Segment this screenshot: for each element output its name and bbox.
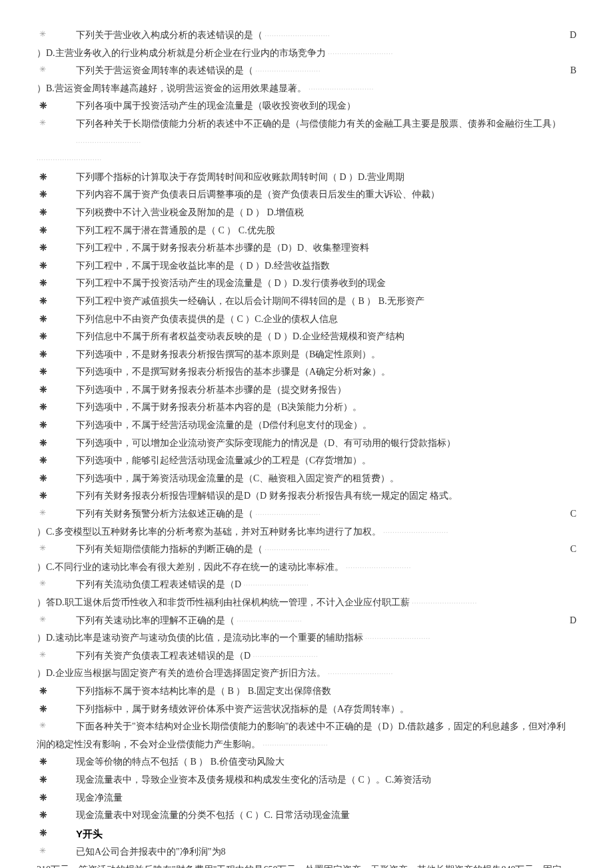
- item-text: ····························: [37, 151, 576, 169]
- item-text: 下面各种关于"资本结构对企业长期偿债能力的影响"的表述中不正确的是（D）D.借款…: [76, 718, 576, 736]
- item-text: 现金净流量: [76, 789, 576, 807]
- list-item: ❈下列选项中，不属于财务报表分析基本步骤的是（提交财务报告）: [37, 381, 576, 399]
- list-item: ✳下面各种关于"资本结构对企业长期偿债能力的影响"的表述中不正确的是（D）D.借…: [37, 718, 576, 736]
- trailing-dots: ····························: [306, 85, 374, 93]
- answer-letter: C: [570, 541, 576, 559]
- list-item: ❈下列选项中，能够引起经营活动现金流量减少的工程是（C存货增加）。: [37, 452, 576, 470]
- bullet-icon: ❈: [37, 293, 76, 311]
- list-item: ❈现金流量表中对现金流量的分类不包括（ C ）C. 日常活动现金流量: [37, 807, 576, 825]
- list-item: ❈现金净流量: [37, 789, 576, 807]
- item-text: 下列选项中，能够引起经营活动现金流量减少的工程是（C存货增加）。: [76, 452, 576, 470]
- item-text: 下列工程中不属于投资活动产生的现金流量是（ D ）D.发行债券收到的现金: [76, 275, 576, 293]
- item-text: 已知A公司合并报表中的"净利润"为8: [76, 843, 576, 861]
- list-item: ❈下列选项中，不是财务报表分析报告撰写的基本原则是（B确定性原则）。: [37, 346, 576, 364]
- bullet-icon: ❈: [37, 399, 76, 417]
- continuation-line: ）B.营运资金周转率越高越好，说明营运资金的运用效果越显著。 ·········…: [37, 80, 576, 98]
- list-item: ❈下列工程中，不属于财务报表分析基本步骤的是（D）D、收集整理资料: [37, 239, 576, 257]
- bullet-icon: ❈: [37, 204, 76, 222]
- continuation-line: 润的稳定性没有影响，不会对企业偿债能力产生影响。 ···············…: [37, 736, 576, 754]
- bullet-icon: ❈: [37, 381, 76, 399]
- item-text: 下列选项中，不属于财务报表分析基本步骤的是（提交财务报告）: [76, 381, 576, 399]
- list-item: ❈下列工程中资产减值损失一经确认，在以后会计期间不得转回的是（ B ） B.无形…: [37, 293, 576, 311]
- item-text: 下列有关流动负债工程表述错误的是（D ·····················…: [76, 576, 576, 594]
- trailing-dots: ····························: [253, 67, 321, 75]
- list-item: ❈下列信息中不由资产负债表提供的是（ C ）C.企业的债权人信息: [37, 311, 576, 329]
- trailing-dots: ····························: [263, 547, 330, 554]
- trailing-dots: ····························: [235, 617, 303, 625]
- item-text: ）答D.职工退休后货币性收入和非货币性福利由社保机构统一管理，不计入企业应付职工…: [37, 594, 576, 612]
- item-text: 下列税费中不计入营业税金及附加的是（ D ） D.增值税: [76, 204, 576, 222]
- bullet-icon: ❈: [37, 275, 76, 293]
- item-text: 下列选项中，不属于经营活动现金流量的是（D偿付利息支付的现金）。: [76, 417, 576, 435]
- bullet-icon: ❈: [37, 222, 76, 240]
- item-text: 下列指标不属于资本结构比率的是（ B ） B.固定支出保障倍数: [76, 683, 576, 701]
- bullet-icon: ❈: [37, 470, 76, 488]
- bullet-icon: ✳: [37, 647, 76, 663]
- list-item: ✳下列关于营业收入构成分析的表述错误的是（ ··················…: [37, 27, 576, 45]
- continuation-line: ）答D.职工退休后货币性收入和非货币性福利由社保机构统一管理，不计入企业应付职工…: [37, 594, 576, 612]
- list-item: ❈下列指标中，属于财务绩效评价体系中资产运营状况指标的是（A存货周转率）。: [37, 701, 576, 719]
- list-item: ❈现金等价物的特点不包括（ B ） B.价值变动风险大: [37, 753, 576, 771]
- item-text: 下列有关短期偿债能力指标的判断正确的是（ ···················…: [76, 541, 576, 559]
- item-text: 下列有关速动比率的理解不正确的是（ ······················…: [76, 612, 576, 630]
- item-text: 现金等价物的特点不包括（ B ） B.价值变动风险大: [76, 753, 576, 771]
- item-text: 下列选项中，可以增加企业流动资产实际变现能力的情况是（D、有可动用的银行贷款指标…: [76, 435, 576, 453]
- list-item: ❈下列选项中，不是撰写财务报表分析报告的基本步骤是（A确定分析对象）。: [37, 363, 576, 381]
- item-text: 下列工程中资产减值损失一经确认，在以后会计期间不得转回的是（ B ） B.无形资…: [76, 293, 576, 311]
- trailing-dots: ····························: [241, 582, 309, 589]
- answer-letter: C: [570, 505, 576, 523]
- list-item: ❈下列各项中属于投资活动产生的现金流量是（吸收投资收到的现金）: [37, 97, 576, 115]
- bullet-icon: ✳: [37, 612, 76, 627]
- item-text: 下列内容不属于资产负债表日后调整事项的是（资产负债表日后发生的重大诉讼、仲裁）: [76, 186, 576, 204]
- answer-letter: D: [570, 612, 576, 630]
- bullet-icon: ❈: [37, 487, 76, 505]
- item-text: 下列选项中，不是撰写财务报表分析报告的基本步骤是（A确定分析对象）。: [76, 363, 576, 381]
- item-text: 下列选项中，不是财务报表分析报告撰写的基本原则是（B确定性原则）。: [76, 346, 576, 364]
- bullet-icon: ✳: [37, 541, 76, 556]
- bullet-icon: ❈: [37, 346, 76, 364]
- item-text: 下列选项中，属于筹资活动现金流量的是（C、融资租入固定资产的租赁费）。: [76, 470, 576, 488]
- item-text: 下列选项中，不属于财务报表分析基本内容的是（B决策能力分析）。: [76, 399, 576, 417]
- answer-letter: D: [570, 27, 576, 45]
- item-text: 下列哪个指标的计算取决于存货周转时间和应收账款周转时间（ D ）D.营业周期: [76, 169, 576, 187]
- item-text: 下列工程不属于潜在普通股的是（ C ） C.优先股: [76, 222, 576, 240]
- item-text: ）D.企业应当根据与固定资产有关的造价合理选择固定资产折旧方法。 ·······…: [37, 665, 576, 683]
- bullet-icon: ❈: [37, 789, 76, 807]
- document-body: ✳下列关于营业收入构成分析的表述错误的是（ ··················…: [37, 27, 576, 868]
- bullet-icon: ✳: [37, 115, 76, 131]
- continuation-line: ）C.不同行业的速动比率会有很大差别，因此不存在统一的速动比率标准。 ·····…: [37, 559, 576, 577]
- trailing-dots: ····························: [253, 511, 321, 518]
- item-text: 下列信息中不属于所有者权益变动表反映的是（ D ）D.企业经营规模和资产结构: [76, 328, 576, 346]
- section-heading: ❈Y开头: [37, 825, 576, 844]
- trailing-dots: ····························: [37, 156, 102, 163]
- item-text: 下列各项中属于投资活动产生的现金流量是（吸收投资收到的现金）: [76, 97, 576, 115]
- item-text: 现金流量表中对现金流量的分类不包括（ C ）C. 日常活动现金流量: [76, 807, 576, 825]
- item-text: 下列信息中不由资产负债表提供的是（ C ）C.企业的债权人信息: [76, 311, 576, 329]
- list-item: ❈下列选项中，不属于财务报表分析基本内容的是（B决策能力分析）。: [37, 399, 576, 417]
- list-item: ✳已知A公司合并报表中的"净利润"为8: [37, 843, 576, 861]
- list-item: ✳下列有关短期偿债能力指标的判断正确的是（ ··················…: [37, 541, 576, 559]
- item-text: 下列有关财务预警分析方法叙述正确的是（ ····················…: [76, 505, 576, 523]
- list-item: ❈下列工程中不属于投资活动产生的现金流量是（ D ）D.发行债券收到的现金: [37, 275, 576, 293]
- item-text: 下列工程中，不属于现金收益比率的是（ D ）D.经营收益指数: [76, 257, 576, 275]
- trailing-dots: ····························: [76, 139, 141, 146]
- trailing-dots: ····························: [326, 50, 394, 57]
- item-text: 下列关于营运资金周转率的表述错误的是（ ····················…: [76, 62, 576, 80]
- list-item: ❈下列选项中，不属于经营活动现金流量的是（D偿付利息支付的现金）。: [37, 417, 576, 435]
- list-item: ❈下列选项中，属于筹资活动现金流量的是（C、融资租入固定资产的租赁费）。: [37, 470, 576, 488]
- list-item: ✳下列关于营运资金周转率的表述错误的是（ ···················…: [37, 62, 576, 80]
- continuation-line: ）C.多变模型以五种财务比率的分析考察为基础，并对五种财务比率均进行了加权。 ·…: [37, 523, 576, 541]
- item-text: ）C.不同行业的速动比率会有很大差别，因此不存在统一的速动比率标准。 ·····…: [37, 559, 576, 577]
- list-item: ❈下列内容不属于资产负债表日后调整事项的是（资产负债表日后发生的重大诉讼、仲裁）: [37, 186, 576, 204]
- trailing-dots: ····························: [363, 635, 431, 642]
- bullet-icon: ❈: [37, 771, 76, 789]
- list-item: ❈下列工程不属于潜在普通股的是（ C ） C.优先股: [37, 222, 576, 240]
- trailing-dots: ····························: [344, 564, 412, 571]
- bullet-icon: ❈: [37, 683, 76, 701]
- trailing-dots: ····························: [381, 529, 449, 536]
- list-item: ❈现金流量表中，导致企业资本及债务规模和构成发生变化的活动是（ C ）。C.筹资…: [37, 771, 576, 789]
- heading-text: Y开头: [76, 825, 576, 844]
- bullet-icon: ❈: [37, 701, 76, 719]
- list-item: ❈下列指标不属于资本结构比率的是（ B ） B.固定支出保障倍数: [37, 683, 576, 701]
- list-item: ❈下列税费中不计入营业税金及附加的是（ D ） D.增值税: [37, 204, 576, 222]
